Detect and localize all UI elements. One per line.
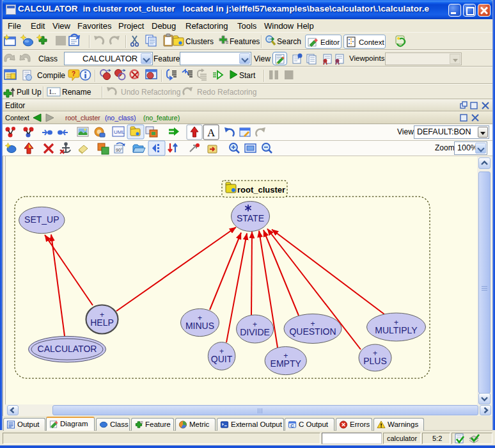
svg-text:CALCULATOR: CALCULATOR	[38, 344, 97, 354]
svg-text:STATE: STATE	[237, 213, 264, 223]
svg-text:?: ?	[72, 70, 75, 77]
svg-text:MULTIPLY: MULTIPLY	[375, 325, 418, 335]
svg-text:I...: I...	[49, 88, 56, 95]
svg-text:EMPTY: EMPTY	[271, 358, 302, 369]
svg-text:root_cluster: root_cluster	[237, 185, 285, 195]
svg-text:MINUS: MINUS	[185, 321, 214, 331]
svg-text:PLUS: PLUS	[363, 356, 387, 366]
svg-text:QUIT: QUIT	[211, 354, 233, 364]
svg-text:C: C	[290, 423, 294, 429]
svg-text:90°: 90°	[116, 148, 123, 152]
svg-text:SET_UP: SET_UP	[24, 214, 59, 225]
svg-text:UML: UML	[114, 129, 125, 135]
svg-text:A: A	[207, 127, 216, 139]
svg-text:QUESTION: QUESTION	[289, 326, 336, 337]
svg-text:HELP: HELP	[90, 317, 114, 328]
svg-text:DIVIDE: DIVIDE	[240, 327, 270, 337]
